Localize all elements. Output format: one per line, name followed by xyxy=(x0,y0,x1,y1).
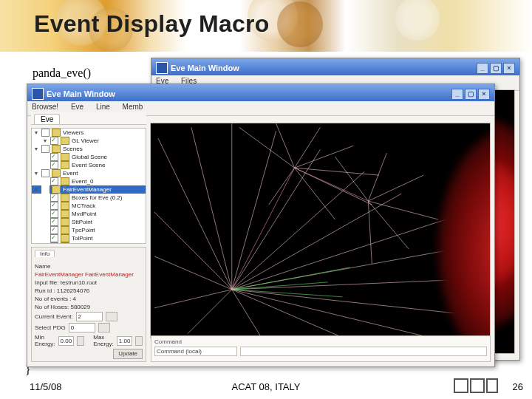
svg-line-57 xyxy=(335,157,368,201)
tree-twist-icon[interactable]: ▾ xyxy=(35,185,41,194)
svg-line-55 xyxy=(295,168,335,219)
tree-twist-icon[interactable]: ▾ xyxy=(44,137,50,145)
tree-checkbox[interactable] xyxy=(50,177,58,185)
svg-line-37 xyxy=(232,194,402,290)
info-nevents: No of events : 4 xyxy=(35,296,76,302)
tree-item[interactable]: ▾Event xyxy=(32,169,146,177)
tree-label: EmcPoint xyxy=(72,242,97,244)
menu-item[interactable]: Memb xyxy=(123,103,143,111)
titlebar[interactable]: Eve Main Window _▢× xyxy=(27,84,494,101)
titlebar[interactable]: Eve Main Window _▢× xyxy=(151,58,519,75)
folder-icon xyxy=(61,177,69,185)
tree-twist-icon[interactable]: ▾ xyxy=(35,129,41,137)
tree-checkbox[interactable] xyxy=(41,169,50,177)
tree-item[interactable]: ▾FairEventManager xyxy=(32,185,146,194)
tree-label: Viewers xyxy=(63,129,83,137)
tree-checkbox[interactable] xyxy=(50,161,58,169)
footer-center: ACAT 08, ITALY xyxy=(0,381,532,392)
close-icon[interactable]: × xyxy=(503,63,515,74)
max-energy-stepper[interactable] xyxy=(135,336,143,346)
tree-item[interactable]: EmcPoint xyxy=(32,242,146,244)
svg-line-48 xyxy=(154,212,232,290)
svg-line-61 xyxy=(368,201,409,249)
tree-item[interactable]: ▾GL Viewer xyxy=(32,137,146,145)
tree-item[interactable]: TolPoint xyxy=(32,234,146,242)
info-tab[interactable]: Info xyxy=(35,250,55,257)
svg-line-64 xyxy=(232,290,343,297)
window-controls[interactable]: _▢× xyxy=(451,89,490,100)
tree-label: Event Scene xyxy=(72,161,105,169)
gl-viewport-front[interactable]: GLViewer xyxy=(150,123,491,338)
window-title: Eve Main Window xyxy=(47,89,115,98)
tree-twist-icon[interactable]: ▾ xyxy=(35,169,41,177)
tree-checkbox[interactable] xyxy=(50,137,58,145)
tree-label: MvdPoint xyxy=(72,210,96,218)
folder-icon xyxy=(61,242,69,244)
window-controls[interactable]: _▢× xyxy=(477,63,515,74)
pdg-stepper[interactable] xyxy=(98,323,110,332)
tab-eve[interactable]: Eve xyxy=(34,114,60,124)
svg-line-60 xyxy=(368,201,438,219)
event-stepper[interactable] xyxy=(106,312,117,321)
window-title: Eve Main Window xyxy=(171,64,239,72)
tree-label: Event xyxy=(63,169,78,177)
current-event-input[interactable]: 2 xyxy=(76,312,103,321)
tree-item[interactable]: Event_0 xyxy=(32,177,146,185)
svg-line-31 xyxy=(158,138,232,290)
minimize-icon[interactable]: _ xyxy=(451,89,463,100)
tree-item[interactable]: Global Scene xyxy=(32,153,146,161)
svg-line-51 xyxy=(295,127,321,168)
eve-window-front: Eve Main Window _▢× Browse! Eve Line Mem… xyxy=(27,83,495,367)
minimize-icon[interactable]: _ xyxy=(477,63,488,74)
tree-label: Boxes for Eve (0.2) xyxy=(72,194,122,202)
svg-line-66 xyxy=(232,168,295,290)
folder-icon xyxy=(61,194,69,202)
min-energy-stepper[interactable] xyxy=(77,336,84,346)
info-name-label: Name xyxy=(35,263,50,270)
command-label: Command xyxy=(154,338,487,345)
pdg-input[interactable]: 0 xyxy=(69,323,95,332)
min-energy-input[interactable]: 0.00 xyxy=(58,336,75,346)
tree-twist-icon[interactable]: ▾ xyxy=(35,145,41,153)
tree-checkbox[interactable] xyxy=(41,145,50,153)
decorative-banner: Event Display Macro xyxy=(0,0,532,52)
tree-item[interactable]: MvdPoint xyxy=(32,210,146,218)
maximize-icon[interactable]: ▢ xyxy=(465,89,477,100)
object-tree[interactable]: ▾Viewers▾GL Viewer▾ScenesGlobal SceneEve… xyxy=(31,128,146,244)
tree-item[interactable]: ▾Viewers xyxy=(32,129,146,137)
folder-icon xyxy=(61,137,69,145)
folder-icon xyxy=(61,161,69,169)
command-input[interactable] xyxy=(240,347,487,356)
footer-page: 26 xyxy=(513,381,523,392)
svg-line-32 xyxy=(191,127,232,290)
info-file: Input file: testrun10.root xyxy=(35,279,97,286)
menu-item[interactable]: Eve xyxy=(71,103,83,111)
tree-item[interactable]: ▾Scenes xyxy=(32,145,146,153)
tree-label: TpcPoint xyxy=(72,226,95,234)
tree-item[interactable]: Event Scene xyxy=(32,161,146,169)
svg-line-47 xyxy=(154,256,232,290)
tree-checkbox[interactable] xyxy=(41,185,50,194)
tree-label: MCTrack xyxy=(72,202,95,210)
menu-item[interactable]: Browse! xyxy=(32,103,58,111)
svg-line-35 xyxy=(232,149,321,290)
command-scope-combo[interactable]: Command (local) xyxy=(154,347,237,356)
folder-icon xyxy=(61,210,69,218)
tree-item[interactable]: SttPoint xyxy=(32,218,146,226)
folder-icon xyxy=(61,218,69,226)
svg-line-67 xyxy=(295,168,369,201)
tree-item[interactable]: MCTrack xyxy=(32,202,146,210)
svg-line-45 xyxy=(188,290,232,334)
tree-checkbox[interactable] xyxy=(41,129,50,137)
info-nhoses: No of Hoses: 580029 xyxy=(35,304,90,310)
tree-checkbox[interactable] xyxy=(50,242,58,244)
maximize-icon[interactable]: ▢ xyxy=(490,63,502,74)
command-bar: Command Command (local) xyxy=(151,335,491,362)
update-button[interactable]: Update xyxy=(113,349,143,359)
max-energy-input[interactable]: 1.00 xyxy=(117,336,133,346)
menu-item[interactable]: Line xyxy=(96,103,110,111)
folder-icon xyxy=(61,153,69,161)
tree-item[interactable]: Boxes for Eve (0.2) xyxy=(32,194,146,202)
tree-item[interactable]: TpcPoint xyxy=(32,226,146,234)
close-icon[interactable]: × xyxy=(478,89,490,100)
